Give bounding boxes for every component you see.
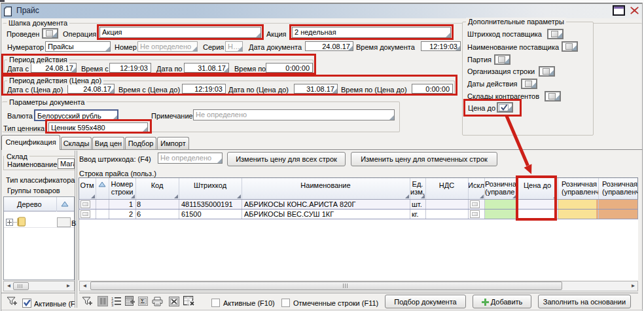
svg-text:Σ: Σ [141, 298, 145, 304]
svg-text:3: 3 [111, 303, 114, 306]
